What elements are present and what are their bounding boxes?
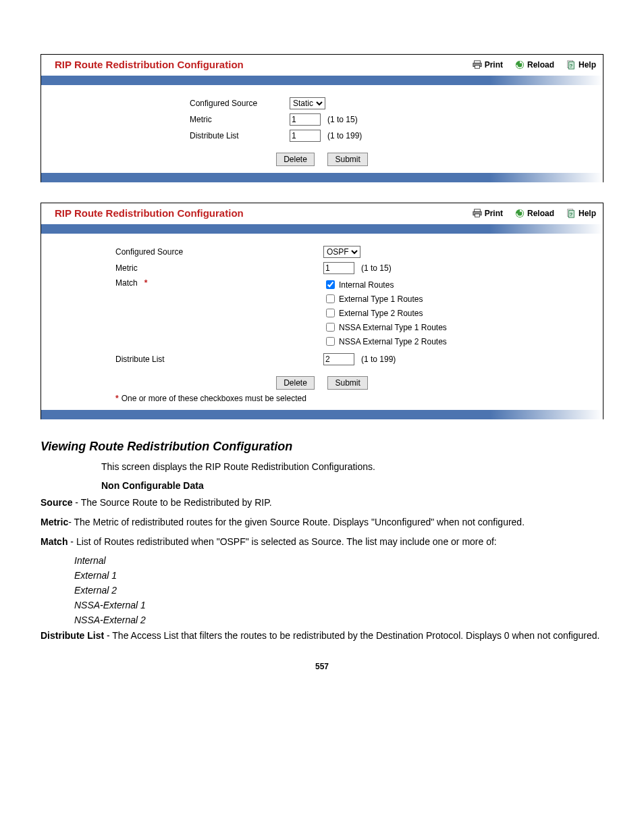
- reload-button[interactable]: Reload: [515, 209, 554, 218]
- configured-source-select[interactable]: Static: [290, 97, 325, 109]
- match-items-list: Internal External 1 External 2 NSSA-Exte…: [74, 555, 603, 625]
- distribute-list-hint: (1 to 199): [361, 355, 396, 364]
- section-heading: Viewing Route Redistribution Configurati…: [41, 440, 603, 454]
- help-button[interactable]: ? Help: [566, 209, 596, 218]
- panel-header: RIP Route Redistribution Configuration P…: [41, 203, 603, 224]
- print-button[interactable]: Print: [473, 209, 503, 218]
- footnote: *One or more of these checkboxes must be…: [115, 394, 596, 403]
- configured-source-label: Configured Source: [190, 99, 290, 108]
- svg-rect-2: [475, 65, 479, 68]
- metric-input[interactable]: [323, 262, 354, 274]
- svg-rect-7: [474, 209, 480, 211]
- blue-divider: [41, 410, 603, 419]
- configured-source-label: Configured Source: [115, 247, 323, 257]
- match-options: Internal Routes External Type 1 Routes E…: [323, 278, 447, 349]
- source-definition: Source - The Source Route to be Redistri…: [41, 496, 603, 509]
- metric-hint: (1 to 15): [327, 115, 358, 124]
- delete-button[interactable]: Delete: [276, 376, 315, 390]
- blue-divider: [41, 224, 603, 234]
- match-nssa1-checkbox[interactable]: [326, 323, 335, 332]
- panel-header: RIP Route Redistribution Configuration P…: [41, 55, 603, 76]
- svg-text:?: ?: [570, 211, 573, 217]
- distribute-list-input[interactable]: [290, 130, 321, 142]
- match-nssa2-checkbox[interactable]: [326, 337, 335, 346]
- blue-divider: [41, 76, 603, 85]
- panel-title: RIP Route Redistribution Configuration: [55, 59, 460, 70]
- delete-button[interactable]: Delete: [276, 153, 315, 166]
- distribute-list-label: Distribute List: [115, 355, 323, 364]
- match-internal-checkbox[interactable]: [326, 280, 335, 289]
- page-number: 557: [41, 662, 603, 671]
- print-button[interactable]: Print: [473, 60, 503, 70]
- reload-button[interactable]: Reload: [515, 60, 554, 70]
- match-ext2-checkbox[interactable]: [326, 309, 335, 317]
- metric-label: Metric: [115, 263, 323, 273]
- submit-button[interactable]: Submit: [327, 376, 367, 390]
- reload-icon: [515, 209, 525, 218]
- print-icon: [473, 60, 482, 70]
- distribute-list-hint: (1 to 199): [327, 131, 362, 140]
- panel-rip-static: RIP Route Redistribution Configuration P…: [41, 54, 603, 182]
- metric-hint: (1 to 15): [361, 263, 392, 273]
- noncfg-heading: Non Configurable Data: [101, 480, 603, 491]
- print-icon: [473, 209, 482, 218]
- help-icon: ?: [566, 209, 576, 218]
- distribute-list-label: Distribute List: [190, 131, 290, 140]
- panel-title: RIP Route Redistribution Configuration: [55, 207, 460, 219]
- help-button[interactable]: ? Help: [566, 60, 596, 70]
- panel-rip-ospf: RIP Route Redistribution Configuration P…: [41, 203, 603, 419]
- svg-rect-9: [475, 213, 479, 216]
- blue-divider: [41, 173, 603, 182]
- submit-button[interactable]: Submit: [327, 153, 367, 166]
- reload-icon: [515, 60, 525, 70]
- configured-source-select[interactable]: OSPF: [323, 246, 360, 258]
- match-definition: Match - List of Routes redistributed whe…: [41, 536, 603, 548]
- distribute-definition: Distribute List - The Access List that f…: [41, 629, 603, 642]
- distribute-list-input[interactable]: [323, 353, 354, 365]
- svg-rect-0: [474, 60, 480, 63]
- match-ext1-checkbox[interactable]: [326, 294, 335, 303]
- metric-input[interactable]: [290, 113, 321, 126]
- match-label: Match*: [115, 278, 323, 288]
- intro-text: This screen displays the RIP Route Redis…: [101, 461, 603, 473]
- help-icon: ?: [566, 60, 576, 70]
- metric-label: Metric: [190, 115, 290, 124]
- metric-definition: Metric- The Metric of redistributed rout…: [41, 516, 603, 529]
- svg-text:?: ?: [570, 62, 573, 68]
